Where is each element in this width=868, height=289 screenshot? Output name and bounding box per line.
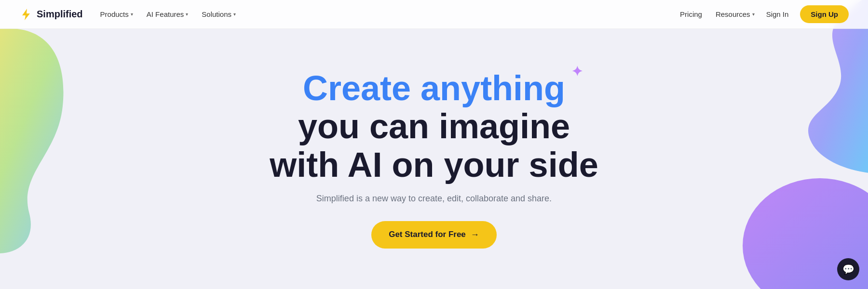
chat-icon: 💬 <box>842 263 854 275</box>
navbar-left: Simplified Products ▾ AI Features ▾ Solu… <box>19 8 236 21</box>
get-started-button[interactable]: Get Started for Free → <box>371 221 497 249</box>
logo-text: Simplified <box>37 9 83 20</box>
sparkle-icon: ✦ <box>571 65 583 79</box>
logo-icon <box>19 8 33 21</box>
nav-solutions[interactable]: Solutions ▾ <box>202 10 236 18</box>
nav-pricing[interactable]: Pricing <box>680 10 702 18</box>
sign-up-button[interactable]: Sign Up <box>800 5 849 23</box>
chevron-down-icon: ▾ <box>131 12 133 17</box>
nav-links: Products ▾ AI Features ▾ Solutions ▾ <box>100 10 236 18</box>
nav-products[interactable]: Products ▾ <box>100 10 133 18</box>
nav-resources[interactable]: Resources ▾ <box>716 10 755 18</box>
logo[interactable]: Simplified <box>19 8 83 21</box>
navbar-right: Pricing Resources ▾ Sign In Sign Up <box>680 5 849 23</box>
chevron-down-icon: ▾ <box>233 12 236 17</box>
navbar: Simplified Products ▾ AI Features ▾ Solu… <box>0 0 868 29</box>
nav-right-links: Pricing Resources ▾ <box>680 10 755 18</box>
chevron-down-icon: ▾ <box>752 12 755 17</box>
hero-title: Create anything ✦ you can imagine with A… <box>270 69 598 184</box>
hero-title-line3: with AI on your side <box>270 146 598 184</box>
svg-marker-1 <box>22 9 30 20</box>
hero-subtitle: Simplified is a new way to create, edit,… <box>316 194 552 204</box>
hero-title-line1: Create anything ✦ <box>303 69 565 107</box>
sign-in-button[interactable]: Sign In <box>766 10 789 18</box>
nav-ai-features[interactable]: AI Features ▾ <box>147 10 189 18</box>
chevron-down-icon: ▾ <box>186 12 188 17</box>
arrow-icon: → <box>471 230 479 240</box>
hero-title-line2: you can imagine <box>270 107 598 145</box>
chat-bubble-button[interactable]: 💬 <box>837 258 859 280</box>
hero-section: Create anything ✦ you can imagine with A… <box>0 29 868 289</box>
